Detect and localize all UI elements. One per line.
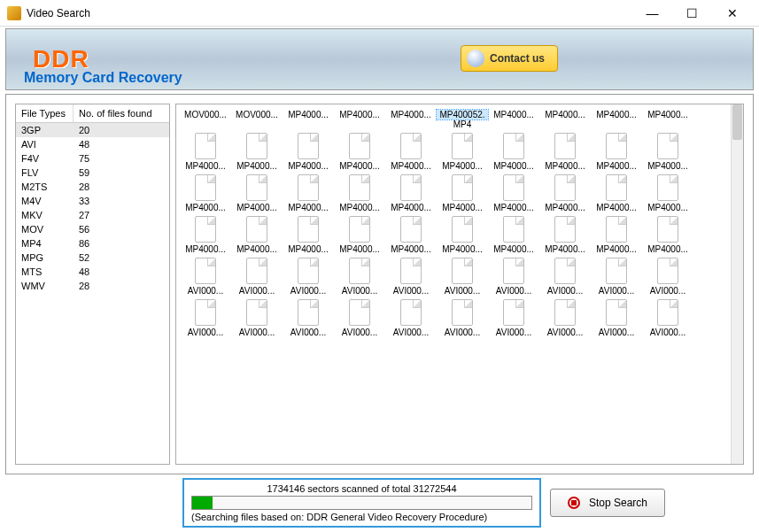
file-item[interactable]: MP4000... <box>334 173 385 214</box>
file-item[interactable]: MP4000... <box>642 214 693 256</box>
files-pane: MOV000...MOV000...MP4000...MP4000...MP40… <box>175 104 744 465</box>
file-item[interactable]: MP4000... <box>334 131 385 173</box>
file-item[interactable]: AVI000... <box>385 297 437 339</box>
table-row[interactable]: MP486 <box>16 236 169 251</box>
file-item[interactable]: AVI000... <box>488 297 539 339</box>
file-item[interactable]: MP400052.MP4 <box>437 108 488 131</box>
file-item[interactable]: AVI000... <box>642 297 693 339</box>
file-item[interactable]: AVI000... <box>385 256 437 297</box>
file-label: MP4000... <box>642 203 693 212</box>
table-row[interactable]: MKV27 <box>16 208 169 222</box>
file-item[interactable]: MP4000... <box>539 214 591 256</box>
scrollbar-thumb[interactable] <box>732 104 742 140</box>
file-icon <box>400 258 422 284</box>
maximize-button[interactable]: ☐ <box>672 1 712 26</box>
file-item[interactable]: AVI000... <box>180 297 231 339</box>
file-item[interactable]: AVI000... <box>180 256 231 297</box>
file-item[interactable]: MP4000... <box>539 108 591 131</box>
file-icon <box>554 299 576 326</box>
file-item[interactable]: AVI000... <box>334 256 385 297</box>
file-item[interactable]: AVI000... <box>437 256 488 297</box>
file-item[interactable]: MP4000... <box>488 131 539 173</box>
file-label: AVI000... <box>180 328 231 337</box>
file-label: MP4000... <box>488 161 539 171</box>
file-item[interactable]: MP4000... <box>334 108 385 131</box>
file-item[interactable]: MP4000... <box>591 173 642 214</box>
contact-label: Contact us <box>490 52 545 65</box>
file-item[interactable]: AVI000... <box>539 297 591 339</box>
table-row[interactable]: MTS48 <box>16 265 169 279</box>
file-item[interactable]: MP4000... <box>180 214 231 256</box>
file-label: AVI000... <box>642 328 693 337</box>
file-label: MP4000... <box>231 161 283 171</box>
file-item[interactable]: AVI000... <box>283 297 334 339</box>
file-label: MP4000... <box>642 244 693 254</box>
file-item[interactable]: MP4000... <box>488 173 539 214</box>
cell-type: FLV <box>16 166 74 180</box>
file-label: MP400052. <box>437 110 488 120</box>
file-item[interactable]: AVI000... <box>231 256 283 297</box>
file-item[interactable]: MP4000... <box>642 173 693 214</box>
file-item[interactable]: AVI000... <box>437 297 488 339</box>
file-item[interactable]: MOV000... <box>231 108 283 131</box>
table-row[interactable]: M2TS28 <box>16 180 169 194</box>
file-item[interactable]: MP4000... <box>488 108 539 131</box>
table-row[interactable]: WMV28 <box>16 279 169 293</box>
file-item[interactable]: MP4000... <box>334 214 385 256</box>
file-item[interactable]: MP4000... <box>539 173 591 214</box>
table-body[interactable]: 3GP20AVI48F4V75FLV59M2TS28M4V33MKV27MOV5… <box>16 123 169 464</box>
minimize-button[interactable]: — <box>632 1 672 26</box>
file-item[interactable]: MP4000... <box>591 108 642 131</box>
file-item[interactable]: MOV000... <box>180 108 231 131</box>
file-item[interactable]: MP4000... <box>591 214 642 256</box>
file-item[interactable]: MP4000... <box>231 214 283 256</box>
file-icon <box>503 299 524 326</box>
file-icon <box>298 216 319 243</box>
file-item[interactable]: MP4000... <box>180 173 231 214</box>
file-item[interactable]: AVI000... <box>591 297 642 339</box>
file-item[interactable]: MP4000... <box>591 131 642 173</box>
table-row[interactable]: AVI48 <box>16 137 169 151</box>
file-item[interactable]: AVI000... <box>642 256 693 297</box>
file-item[interactable]: MP4000... <box>180 131 231 173</box>
file-item[interactable]: MP4000... <box>283 214 334 256</box>
file-item[interactable]: MP4000... <box>283 173 334 214</box>
file-item[interactable]: MP4000... <box>283 108 334 131</box>
table-row[interactable]: M4V33 <box>16 194 169 208</box>
file-label: MP4000... <box>334 161 385 171</box>
file-item[interactable]: AVI000... <box>488 256 539 297</box>
file-item[interactable]: MP4000... <box>642 108 693 131</box>
file-item[interactable]: AVI000... <box>591 256 642 297</box>
file-item[interactable]: MP4000... <box>539 131 591 173</box>
vertical-scrollbar[interactable] <box>731 104 743 464</box>
file-icon <box>452 299 473 326</box>
file-item[interactable]: MP4000... <box>385 131 437 173</box>
file-item[interactable]: MP4000... <box>231 173 283 214</box>
file-item[interactable]: MP4000... <box>385 214 437 256</box>
file-item[interactable]: AVI000... <box>231 297 283 339</box>
file-item[interactable]: MP4000... <box>642 131 693 173</box>
file-icon <box>554 174 576 201</box>
file-item[interactable]: MP4000... <box>437 173 488 214</box>
table-row[interactable]: MPG52 <box>16 251 169 265</box>
file-item[interactable]: AVI000... <box>539 256 591 297</box>
file-icon <box>452 216 473 243</box>
file-item[interactable]: MP4000... <box>385 173 437 214</box>
file-item[interactable]: AVI000... <box>283 256 334 297</box>
file-grid[interactable]: MOV000...MOV000...MP4000...MP4000...MP40… <box>176 104 731 464</box>
stop-search-button[interactable]: Stop Search <box>550 489 665 517</box>
table-row[interactable]: F4V75 <box>16 151 169 166</box>
file-item[interactable]: MP4000... <box>231 131 283 173</box>
file-item[interactable]: MP4000... <box>437 131 488 173</box>
contact-us-button[interactable]: Contact us <box>461 45 558 72</box>
file-item[interactable]: AVI000... <box>334 297 385 339</box>
file-item[interactable]: MP4000... <box>283 131 334 173</box>
close-button[interactable]: ✕ <box>712 1 752 26</box>
file-item[interactable]: MP4000... <box>437 214 488 256</box>
file-icon <box>606 258 627 284</box>
table-row[interactable]: 3GP20 <box>16 123 169 137</box>
file-item[interactable]: MP4000... <box>488 214 539 256</box>
table-row[interactable]: FLV59 <box>16 166 169 180</box>
file-item[interactable]: MP4000... <box>385 108 437 131</box>
table-row[interactable]: MOV56 <box>16 222 169 236</box>
